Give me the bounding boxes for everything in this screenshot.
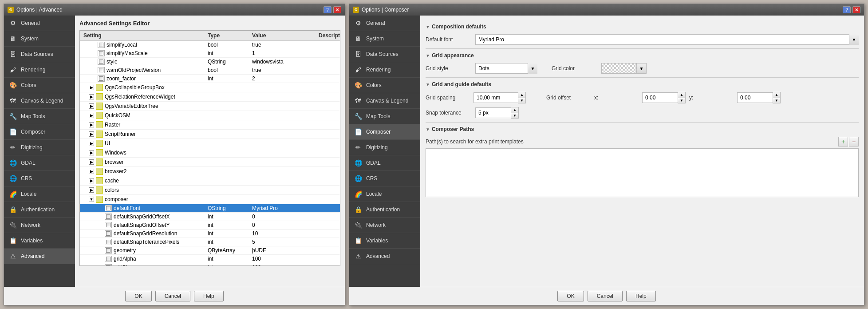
grid-offset-x-input[interactable] (642, 92, 678, 103)
table-row[interactable]: warnOldProjectVersion bool true (80, 66, 340, 75)
paths-textarea[interactable] (426, 148, 859, 197)
settings-tree[interactable]: Setting Type Value Description simplifyL… (79, 30, 340, 266)
grid-color-arrow[interactable]: ▼ (637, 63, 647, 74)
left-help-btn[interactable]: ? (324, 6, 331, 13)
table-row[interactable]: defaultFont QString Myriad Pro (80, 204, 340, 213)
snap-tolerance-down[interactable]: ▼ (511, 113, 518, 118)
collapse-arrow-guide[interactable]: ▼ (426, 82, 430, 87)
sidebar-item-canvas-left[interactable]: 🗺 Canvas & Legend (4, 93, 75, 109)
table-row[interactable]: geometry QByteArray þUDE (80, 246, 340, 255)
table-row[interactable]: defaultSnapGridOffsetX int 0 (80, 213, 340, 221)
expand-browser2[interactable]: ▶ (89, 169, 94, 174)
expand-scriptrunner[interactable]: ▶ (89, 131, 94, 137)
sidebar-item-system-right[interactable]: 🖥 System (349, 31, 420, 47)
sidebar-item-general-right[interactable]: ⚙ General (349, 16, 420, 31)
table-row[interactable]: simplifyMaxScale int 1 (80, 49, 340, 58)
sidebar-item-advanced-left[interactable]: ⚠ Advanced (4, 249, 75, 264)
sidebar-item-datasources-right[interactable]: 🗄 Data Sources (349, 47, 420, 62)
right-help-button[interactable]: Help (626, 291, 656, 301)
sidebar-item-colors-left[interactable]: 🎨 Colors (4, 78, 75, 93)
sidebar-item-gdal-left[interactable]: 🌐 GDAL (4, 155, 75, 171)
paths-add-btn[interactable]: + (838, 137, 848, 147)
table-row[interactable]: zoom_factor int 2 (80, 75, 340, 83)
table-row[interactable]: style QString windowsvista (80, 58, 340, 66)
sidebar-item-colors-right[interactable]: 🎨 Colors (349, 78, 420, 93)
expand-composer[interactable]: ▼ (89, 197, 94, 202)
table-row[interactable]: gridAlpha int 100 (80, 255, 340, 263)
group-row-windows[interactable]: ▶ Windows (80, 148, 340, 158)
sidebar-item-crs-left[interactable]: 🌐 CRS (4, 171, 75, 186)
paths-remove-btn[interactable]: − (849, 137, 859, 147)
group-row-ui[interactable]: ▶ UI (80, 139, 340, 148)
sidebar-item-advanced-right[interactable]: ⚠ Advanced (349, 249, 420, 264)
group-row-cache[interactable]: ▶ cache (80, 176, 340, 186)
snap-tolerance-input[interactable] (475, 107, 511, 118)
left-cancel-button[interactable]: Cancel (155, 291, 190, 301)
sidebar-item-digitizing-right[interactable]: ✏ Digitizing (349, 140, 420, 155)
expand-colors[interactable]: ▶ (89, 187, 94, 193)
sidebar-item-auth-right[interactable]: 🔒 Authentication (349, 202, 420, 218)
group-row-quickosm[interactable]: ▶ QuickOSM (80, 111, 340, 120)
group-row-browser2[interactable]: ▶ browser2 (80, 167, 340, 176)
collapse-arrow-composition[interactable]: ▼ (426, 24, 430, 29)
sidebar-item-maptools-right[interactable]: 🔧 Map Tools (349, 109, 420, 124)
sidebar-item-network-left[interactable]: 🔌 Network (4, 218, 75, 233)
expand-browser[interactable]: ▶ (89, 159, 94, 165)
sidebar-item-variables-right[interactable]: 📋 Variables (349, 233, 420, 249)
expand-raster[interactable]: ▶ (89, 122, 94, 127)
grid-offset-x-down[interactable]: ▼ (678, 98, 685, 103)
grid-spacing-input[interactable] (473, 92, 518, 103)
right-ok-button[interactable]: OK (557, 291, 584, 301)
grid-color-picker[interactable]: ▼ (601, 63, 647, 74)
sidebar-item-system-left[interactable]: 🖥 System (4, 31, 75, 47)
table-row[interactable]: gridBlue int 190 (80, 263, 340, 266)
table-row[interactable]: defaultSnapTolerancePixels int 5 (80, 238, 340, 246)
sidebar-item-rendering-right[interactable]: 🖌 Rendering (349, 62, 420, 78)
sidebar-item-digitizing-left[interactable]: ✏ Digitizing (4, 140, 75, 155)
grid-spacing-down[interactable]: ▼ (518, 98, 525, 103)
snap-tolerance-up[interactable]: ▲ (511, 107, 518, 113)
right-close-btn[interactable]: ✕ (852, 6, 860, 13)
group-row-raster[interactable]: ▶ Raster (80, 120, 340, 130)
grid-offset-x-up[interactable]: ▲ (678, 92, 685, 98)
grid-offset-y-input[interactable] (737, 92, 773, 103)
sidebar-item-network-right[interactable]: 🔌 Network (349, 218, 420, 233)
right-help-btn[interactable]: ? (843, 6, 851, 13)
sidebar-item-maptools-left[interactable]: 🔧 Map Tools (4, 109, 75, 124)
collapse-arrow-grid[interactable]: ▼ (426, 53, 430, 58)
sidebar-item-datasources-left[interactable]: 🗄 Data Sources (4, 47, 75, 62)
left-help-button[interactable]: Help (194, 291, 224, 301)
right-cancel-button[interactable]: Cancel (588, 291, 623, 301)
group-row-scriptrunner[interactable]: ▶ ScriptRunner (80, 130, 340, 139)
table-row[interactable]: defaultSnapGridOffsetY int 0 (80, 221, 340, 230)
left-close-btn[interactable]: ✕ (333, 6, 341, 13)
grid-offset-y-down[interactable]: ▼ (773, 98, 780, 103)
sidebar-item-rendering-left[interactable]: 🖌 Rendering (4, 62, 75, 78)
grid-spacing-up[interactable]: ▲ (518, 92, 525, 98)
sidebar-item-locale-right[interactable]: 🌈 Locale (349, 186, 420, 202)
grid-style-select[interactable]: Dots Lines Crosses (475, 63, 537, 74)
sidebar-item-canvas-right[interactable]: 🗺 Canvas & Legend (349, 93, 420, 109)
sidebar-item-composer-right[interactable]: 📄 Composer (349, 124, 420, 140)
group-row-colors[interactable]: ▶ colors (80, 186, 340, 195)
expand-qgscollapsible[interactable]: ▶ (89, 85, 94, 90)
collapse-arrow-paths[interactable]: ▼ (426, 127, 430, 132)
sidebar-item-variables-left[interactable]: 📋 Variables (4, 233, 75, 249)
group-row-browser[interactable]: ▶ browser (80, 158, 340, 167)
default-font-input[interactable] (475, 34, 859, 45)
group-row-qgsvariable[interactable]: ▶ QgsVariableEditorTree (80, 102, 340, 111)
group-row-qgscollapsible[interactable]: ▶ QgsCollapsibleGroupBox (80, 83, 340, 92)
group-row-composer[interactable]: ▼ composer (80, 195, 340, 204)
expand-qgsrelation[interactable]: ▶ (89, 94, 94, 99)
expand-cache[interactable]: ▶ (89, 178, 94, 183)
sidebar-item-general-left[interactable]: ⚙ General (4, 16, 75, 31)
group-row-qgsrelation[interactable]: ▶ QgsRelationReferenceWidget (80, 92, 340, 102)
expand-quickosm[interactable]: ▶ (89, 113, 94, 118)
left-ok-button[interactable]: OK (125, 291, 151, 301)
sidebar-item-auth-left[interactable]: 🔒 Authentication (4, 202, 75, 218)
expand-qgsvariable[interactable]: ▶ (89, 103, 94, 109)
expand-ui[interactable]: ▶ (89, 141, 94, 146)
sidebar-item-composer-left[interactable]: 📄 Composer (4, 124, 75, 140)
table-row[interactable]: simplifyLocal bool true (80, 41, 340, 49)
table-row[interactable]: defaultSnapGridResolution int 10 (80, 230, 340, 238)
